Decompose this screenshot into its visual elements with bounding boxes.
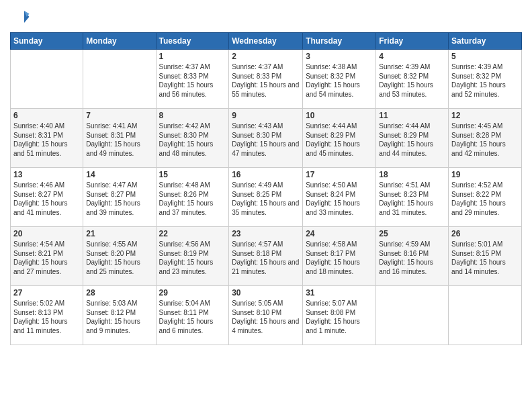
calendar-cell: 25Sunrise: 4:59 AMSunset: 8:16 PMDayligh…: [376, 227, 449, 286]
logo-icon: [10, 7, 30, 27]
calendar-header: SundayMondayTuesdayWednesdayThursdayFrid…: [11, 33, 522, 50]
logo: [10, 7, 33, 27]
day-info: Sunrise: 4:51 AMSunset: 8:23 PMDaylight:…: [379, 181, 445, 217]
header-day: Thursday: [303, 33, 376, 50]
day-number: 15: [159, 170, 226, 179]
calendar-cell: 15Sunrise: 4:48 AMSunset: 8:26 PMDayligh…: [156, 168, 229, 227]
calendar-cell: 27Sunrise: 5:02 AMSunset: 8:13 PMDayligh…: [11, 286, 83, 345]
day-info: Sunrise: 4:46 AMSunset: 8:27 PMDaylight:…: [13, 181, 80, 217]
calendar-cell: 7Sunrise: 4:41 AMSunset: 8:31 PMDaylight…: [83, 109, 156, 168]
day-info: Sunrise: 4:59 AMSunset: 8:16 PMDaylight:…: [379, 240, 445, 276]
day-number: 6: [13, 111, 80, 120]
header: [10, 7, 522, 27]
day-number: 14: [86, 170, 152, 179]
day-number: 8: [159, 111, 226, 120]
day-info: Sunrise: 4:42 AMSunset: 8:30 PMDaylight:…: [159, 122, 226, 158]
day-info: Sunrise: 4:49 AMSunset: 8:25 PMDaylight:…: [232, 181, 300, 217]
calendar-cell: 9Sunrise: 4:43 AMSunset: 8:30 PMDaylight…: [229, 109, 303, 168]
day-info: Sunrise: 5:01 AMSunset: 8:15 PMDaylight:…: [451, 240, 519, 276]
calendar-cell: 24Sunrise: 4:58 AMSunset: 8:17 PMDayligh…: [303, 227, 376, 286]
calendar-cell: 26Sunrise: 5:01 AMSunset: 8:15 PMDayligh…: [449, 227, 522, 286]
day-number: 21: [86, 229, 152, 238]
day-number: 7: [86, 111, 152, 120]
day-info: Sunrise: 4:55 AMSunset: 8:20 PMDaylight:…: [86, 240, 152, 276]
calendar-cell: [83, 50, 156, 109]
calendar-cell: 16Sunrise: 4:49 AMSunset: 8:25 PMDayligh…: [229, 168, 303, 227]
day-info: Sunrise: 4:40 AMSunset: 8:31 PMDaylight:…: [13, 122, 80, 158]
calendar-cell: 8Sunrise: 4:42 AMSunset: 8:30 PMDaylight…: [156, 109, 229, 168]
calendar-week: 13Sunrise: 4:46 AMSunset: 8:27 PMDayligh…: [11, 168, 522, 227]
calendar-cell: [376, 286, 449, 345]
calendar-cell: 10Sunrise: 4:44 AMSunset: 8:29 PMDayligh…: [303, 109, 376, 168]
day-number: 11: [379, 111, 445, 120]
day-info: Sunrise: 4:41 AMSunset: 8:31 PMDaylight:…: [86, 122, 152, 158]
calendar-week: 27Sunrise: 5:02 AMSunset: 8:13 PMDayligh…: [11, 286, 522, 345]
header-day: Wednesday: [229, 33, 303, 50]
calendar-cell: 4Sunrise: 4:39 AMSunset: 8:32 PMDaylight…: [376, 50, 449, 109]
day-number: 20: [13, 229, 80, 238]
calendar-cell: 20Sunrise: 4:54 AMSunset: 8:21 PMDayligh…: [11, 227, 83, 286]
day-number: 22: [159, 229, 226, 238]
day-number: 24: [306, 229, 373, 238]
calendar-cell: 5Sunrise: 4:39 AMSunset: 8:32 PMDaylight…: [449, 50, 522, 109]
day-number: 10: [306, 111, 373, 120]
day-info: Sunrise: 4:57 AMSunset: 8:18 PMDaylight:…: [232, 240, 300, 276]
calendar-cell: 2Sunrise: 4:37 AMSunset: 8:33 PMDaylight…: [229, 50, 303, 109]
day-number: 19: [451, 170, 519, 179]
calendar-cell: 13Sunrise: 4:46 AMSunset: 8:27 PMDayligh…: [11, 168, 83, 227]
calendar-week: 1Sunrise: 4:37 AMSunset: 8:33 PMDaylight…: [11, 50, 522, 109]
day-info: Sunrise: 4:58 AMSunset: 8:17 PMDaylight:…: [306, 240, 373, 276]
calendar-week: 20Sunrise: 4:54 AMSunset: 8:21 PMDayligh…: [11, 227, 522, 286]
day-info: Sunrise: 5:05 AMSunset: 8:10 PMDaylight:…: [232, 299, 300, 335]
page: SundayMondayTuesdayWednesdayThursdayFrid…: [0, 0, 532, 411]
day-number: 17: [306, 170, 373, 179]
day-number: 5: [451, 52, 519, 61]
day-info: Sunrise: 4:38 AMSunset: 8:32 PMDaylight:…: [306, 62, 373, 99]
day-number: 2: [232, 52, 300, 61]
header-day: Friday: [376, 33, 449, 50]
header-day: Saturday: [449, 33, 522, 50]
day-number: 3: [306, 52, 373, 61]
calendar-week: 6Sunrise: 4:40 AMSunset: 8:31 PMDaylight…: [11, 109, 522, 168]
day-info: Sunrise: 4:48 AMSunset: 8:26 PMDaylight:…: [159, 181, 226, 217]
calendar-cell: 21Sunrise: 4:55 AMSunset: 8:20 PMDayligh…: [83, 227, 156, 286]
day-info: Sunrise: 4:44 AMSunset: 8:29 PMDaylight:…: [306, 122, 373, 158]
header-day: Sunday: [11, 33, 83, 50]
header-day: Monday: [83, 33, 156, 50]
day-info: Sunrise: 4:54 AMSunset: 8:21 PMDaylight:…: [13, 240, 80, 276]
day-info: Sunrise: 4:44 AMSunset: 8:29 PMDaylight:…: [379, 122, 445, 158]
day-number: 28: [86, 288, 152, 298]
day-number: 23: [232, 229, 300, 238]
day-info: Sunrise: 4:39 AMSunset: 8:32 PMDaylight:…: [451, 62, 519, 99]
calendar-cell: 30Sunrise: 5:05 AMSunset: 8:10 PMDayligh…: [229, 286, 303, 345]
calendar-cell: 22Sunrise: 4:56 AMSunset: 8:19 PMDayligh…: [156, 227, 229, 286]
day-number: 30: [232, 288, 300, 298]
calendar-cell: 14Sunrise: 4:47 AMSunset: 8:27 PMDayligh…: [83, 168, 156, 227]
day-info: Sunrise: 5:02 AMSunset: 8:13 PMDaylight:…: [13, 299, 80, 335]
calendar-cell: [11, 50, 83, 109]
calendar-cell: 29Sunrise: 5:04 AMSunset: 8:11 PMDayligh…: [156, 286, 229, 345]
day-info: Sunrise: 4:50 AMSunset: 8:24 PMDaylight:…: [306, 181, 373, 217]
calendar-cell: 6Sunrise: 4:40 AMSunset: 8:31 PMDaylight…: [11, 109, 83, 168]
day-info: Sunrise: 4:52 AMSunset: 8:22 PMDaylight:…: [451, 181, 519, 217]
calendar-cell: 17Sunrise: 4:50 AMSunset: 8:24 PMDayligh…: [303, 168, 376, 227]
day-info: Sunrise: 4:45 AMSunset: 8:28 PMDaylight:…: [451, 122, 519, 158]
day-number: 1: [159, 52, 226, 61]
calendar-cell: 23Sunrise: 4:57 AMSunset: 8:18 PMDayligh…: [229, 227, 303, 286]
day-number: 25: [379, 229, 445, 238]
day-info: Sunrise: 5:04 AMSunset: 8:11 PMDaylight:…: [159, 299, 226, 335]
calendar-cell: 12Sunrise: 4:45 AMSunset: 8:28 PMDayligh…: [449, 109, 522, 168]
calendar-cell: 1Sunrise: 4:37 AMSunset: 8:33 PMDaylight…: [156, 50, 229, 109]
header-row: SundayMondayTuesdayWednesdayThursdayFrid…: [11, 33, 522, 50]
day-number: 12: [451, 111, 519, 120]
day-info: Sunrise: 4:37 AMSunset: 8:33 PMDaylight:…: [159, 62, 226, 99]
calendar-cell: 19Sunrise: 4:52 AMSunset: 8:22 PMDayligh…: [449, 168, 522, 227]
day-info: Sunrise: 4:56 AMSunset: 8:19 PMDaylight:…: [159, 240, 226, 276]
calendar-cell: 11Sunrise: 4:44 AMSunset: 8:29 PMDayligh…: [376, 109, 449, 168]
calendar: SundayMondayTuesdayWednesdayThursdayFrid…: [10, 32, 522, 345]
header-day: Tuesday: [156, 33, 229, 50]
calendar-cell: 31Sunrise: 5:07 AMSunset: 8:08 PMDayligh…: [303, 286, 376, 345]
calendar-cell: [449, 286, 522, 345]
calendar-cell: 3Sunrise: 4:38 AMSunset: 8:32 PMDaylight…: [303, 50, 376, 109]
day-info: Sunrise: 5:07 AMSunset: 8:08 PMDaylight:…: [306, 299, 373, 335]
